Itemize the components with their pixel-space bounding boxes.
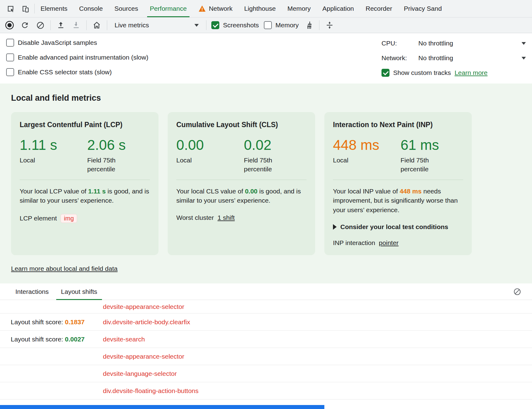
capture-settings: Disable JavaScript samples Enable advanc…	[0, 33, 532, 84]
divider	[107, 20, 107, 30]
learn-more-link[interactable]: Learn more	[455, 69, 487, 76]
triangle-right-icon	[333, 224, 337, 230]
layout-shift-row[interactable]: devsite-appearance-selector	[0, 348, 532, 365]
css-selector-stats-row[interactable]: Enable CSS selector stats (slow)	[6, 66, 148, 79]
score-value: 0.1837	[65, 318, 84, 325]
element-link[interactable]: devsite-search	[103, 336, 145, 343]
performance-toolbar: Live metrics Screenshots Memory	[0, 18, 532, 33]
element-link[interactable]: devsite-appearance-selector	[103, 353, 184, 360]
divider	[206, 20, 206, 30]
inp-card: Interaction to Next Paint (INP) 448 ms L…	[324, 112, 472, 255]
tab-network[interactable]: Network	[193, 0, 238, 17]
reload-record-icon[interactable]	[20, 20, 30, 30]
inspect-element-icon[interactable]	[4, 2, 17, 15]
lcp-field-value: 2.06 s	[87, 138, 127, 152]
lcp-element-label: LCP element	[20, 215, 57, 222]
layout-shift-row[interactable]: div.devsite-floating-action-buttons	[0, 382, 532, 399]
cls-field-value: 0.02	[244, 138, 284, 152]
selection-highlight-bar	[0, 405, 324, 409]
cls-description: Your local CLS value of 0.00 is good, an…	[176, 187, 307, 205]
layout-shift-row[interactable]: Layout shift score: 0.0027 devsite-searc…	[0, 331, 532, 348]
lcp-title: Largest Contentful Paint (LCP)	[20, 121, 150, 129]
css-selector-stats-checkbox[interactable]	[6, 68, 14, 76]
inp-title: Interaction to Next Paint (INP)	[333, 121, 463, 129]
inp-field-value: 61 ms	[401, 138, 440, 152]
show-custom-tracks-checkbox[interactable]	[381, 69, 389, 77]
layout-shifts-table: devsite-appearance-selector Layout shift…	[0, 300, 532, 399]
network-throttling-select[interactable]: No throttling	[416, 54, 522, 62]
chevron-down-icon	[522, 57, 526, 60]
element-link[interactable]: devsite-appearance-selector	[103, 303, 184, 310]
advanced-paint-checkbox[interactable]	[6, 53, 14, 61]
clear-log-icon[interactable]	[511, 286, 523, 298]
element-link[interactable]: div.devsite-article-body.clearfix	[103, 318, 190, 326]
cpu-label: CPU:	[381, 40, 416, 47]
lcp-element-link[interactable]: img	[61, 214, 77, 223]
tab-interactions[interactable]: Interactions	[9, 283, 55, 300]
consider-conditions-expander[interactable]: Consider your local test conditions	[333, 223, 463, 231]
memory-checkbox-row[interactable]: Memory	[264, 21, 299, 29]
divider	[86, 20, 87, 30]
show-custom-tracks-row: Show custom tracks Learn more	[381, 66, 526, 79]
garbage-collect-icon[interactable]	[304, 20, 314, 30]
tab-privacy-sandbox[interactable]: Privacy Sand	[398, 0, 448, 17]
divider	[176, 180, 307, 180]
upload-profile-icon[interactable]	[56, 20, 66, 30]
lcp-card: Largest Contentful Paint (LCP) 1.11 s Lo…	[11, 112, 158, 255]
chevron-down-icon	[522, 42, 526, 45]
score-value: 0.0027	[65, 336, 84, 343]
element-link[interactable]: devsite-language-selector	[103, 370, 177, 377]
element-link[interactable]: div.devsite-floating-action-buttons	[103, 387, 198, 395]
layout-shift-row[interactable]: devsite-appearance-selector	[0, 300, 532, 314]
live-metrics-select[interactable]: Live metrics	[112, 20, 201, 30]
inp-interaction-label: INP interaction	[333, 239, 375, 247]
cls-card: Cumulative Layout Shift (CLS) 0.00 Local…	[168, 112, 315, 255]
device-toolbar-icon[interactable]	[19, 2, 31, 15]
divider	[319, 20, 319, 30]
local-field-metrics-panel: Local and field metrics Largest Contentf…	[0, 84, 532, 283]
screenshots-checkbox-row[interactable]: Screenshots	[211, 21, 259, 29]
warning-icon	[198, 5, 206, 12]
inp-description: Your local INP value of 448 ms needs imp…	[333, 187, 463, 215]
layout-shift-row[interactable]: Layout shift score: 0.1837 div.devsite-a…	[0, 314, 532, 331]
home-icon[interactable]	[92, 20, 102, 30]
record-button[interactable]	[4, 20, 15, 30]
chevron-down-icon	[194, 24, 199, 27]
score-label: Layout shift score:	[11, 318, 65, 325]
download-profile-icon[interactable]	[71, 20, 81, 30]
tab-recorder[interactable]: Recorder	[360, 0, 398, 17]
disable-js-samples-row[interactable]: Disable JavaScript samples	[6, 36, 148, 49]
live-metrics-log: Interactions Layout shifts devsite-appea…	[0, 283, 532, 399]
tab-console[interactable]: Console	[73, 0, 109, 17]
lcp-description: Your local LCP value of 1.11 s is good, …	[20, 187, 150, 205]
memory-checkbox[interactable]	[264, 21, 272, 29]
divider	[50, 20, 51, 30]
cpu-throttling-select[interactable]: No throttling	[416, 40, 522, 47]
lcp-local-value: 1.11 s	[20, 138, 87, 152]
advanced-paint-row[interactable]: Enable advanced paint instrumentation (s…	[6, 51, 148, 64]
layout-shift-row[interactable]: devsite-language-selector	[0, 365, 532, 382]
disable-js-samples-checkbox[interactable]	[6, 39, 14, 47]
screenshots-checkbox[interactable]	[211, 21, 219, 29]
devtools-tab-bar: Elements Console Sources Performance Net…	[0, 0, 532, 18]
tab-application[interactable]: Application	[317, 0, 360, 17]
collapse-panel-icon[interactable]	[324, 20, 335, 30]
tab-layout-shifts[interactable]: Layout shifts	[55, 283, 104, 300]
worst-cluster-link[interactable]: 1 shift	[217, 214, 235, 221]
learn-more-local-field-link[interactable]: Learn more about local and field data	[11, 265, 118, 272]
network-label: Network:	[381, 54, 416, 62]
inp-local-value: 448 ms	[333, 138, 401, 152]
network-throttling-row: Network: No throttling	[381, 52, 526, 64]
tab-elements[interactable]: Elements	[35, 0, 73, 17]
panel-tabs: Elements Console Sources Performance Net…	[35, 0, 448, 17]
tab-memory[interactable]: Memory	[282, 0, 317, 17]
inp-interaction-link[interactable]: pointer	[379, 239, 398, 247]
tab-sources[interactable]: Sources	[109, 0, 144, 17]
cls-title: Cumulative Layout Shift (CLS)	[176, 121, 307, 129]
cls-local-value: 0.00	[176, 138, 244, 152]
cpu-throttling-row: CPU: No throttling	[381, 37, 526, 50]
tab-performance[interactable]: Performance	[144, 0, 193, 17]
metrics-heading: Local and field metrics	[11, 93, 521, 103]
clear-icon[interactable]	[35, 20, 45, 30]
tab-lighthouse[interactable]: Lighthouse	[238, 0, 282, 17]
